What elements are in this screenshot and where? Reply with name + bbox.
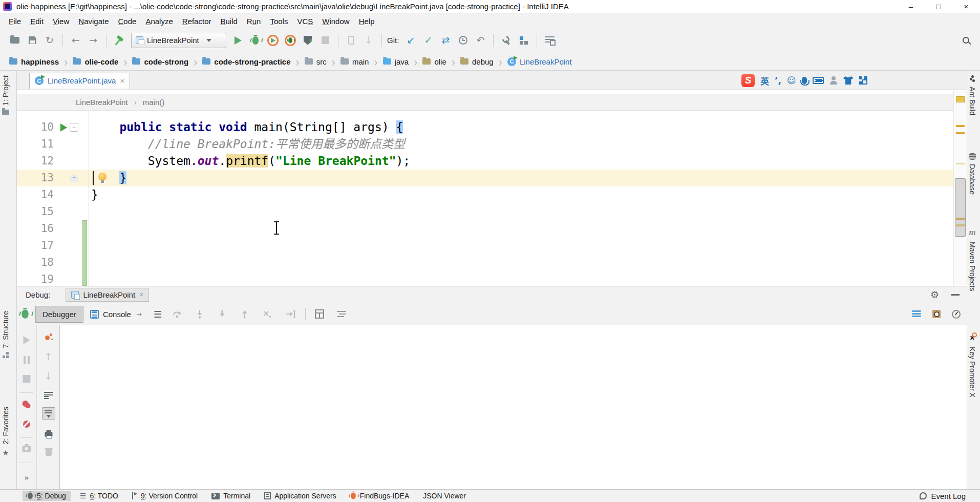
statusbar-item-findbugs-idea[interactable]: FindBugs-IDEA xyxy=(346,491,414,501)
line-number[interactable]: 17 xyxy=(17,237,54,254)
soft-wrap-icon[interactable] xyxy=(44,392,53,399)
sogou-ime-icon[interactable]: S xyxy=(741,74,755,87)
run-to-cursor-icon[interactable] xyxy=(285,309,296,319)
forward-icon[interactable]: → xyxy=(86,33,100,48)
code-editor[interactable]: 10− public static void main(String[] arg… xyxy=(17,90,967,286)
editor-scrollbar-thumb[interactable] xyxy=(955,178,966,237)
menu-build[interactable]: Build xyxy=(216,15,242,27)
path-crumb-debug[interactable]: debug xyxy=(458,57,496,66)
path-crumb-src[interactable]: src xyxy=(303,57,329,66)
debugger-tab[interactable]: Debugger xyxy=(35,306,83,323)
search-everywhere-icon[interactable] xyxy=(958,33,973,48)
project-structure-icon[interactable] xyxy=(517,33,531,48)
menu-edit[interactable]: Edit xyxy=(26,15,48,27)
ime-language-icon[interactable]: 英 xyxy=(760,74,769,87)
line-number[interactable]: 15 xyxy=(17,203,54,220)
ime-punctuation-icon[interactable]: ’, xyxy=(775,75,781,86)
menu-analyze[interactable]: Analyze xyxy=(141,15,177,27)
tool-button-maven-projects[interactable]: mMaven Projects xyxy=(968,227,976,291)
statusbar-item-terminal[interactable]: Terminal xyxy=(207,491,255,501)
hotswap-dots-icon[interactable] xyxy=(45,333,53,341)
profiler-gauge-icon[interactable] xyxy=(952,310,961,319)
warning-stripe-mark[interactable] xyxy=(956,132,965,134)
rollback-icon[interactable]: ↶ xyxy=(473,33,487,48)
menu-window[interactable]: Window xyxy=(317,15,354,27)
stop-process-icon[interactable] xyxy=(23,375,31,383)
ime-microphone-icon[interactable] xyxy=(802,77,807,84)
tool-button-7-structure[interactable]: 7: Structure xyxy=(2,311,10,358)
ime-toolbox-icon[interactable] xyxy=(859,76,867,85)
warning-stripe-mark[interactable] xyxy=(956,125,965,127)
attach-debugger-icon[interactable] xyxy=(344,33,358,48)
path-crumb-main[interactable]: main xyxy=(338,57,371,66)
breadcrumb-method[interactable]: main() xyxy=(143,98,165,107)
console-content[interactable]: » ↑ ↓ xyxy=(17,325,967,490)
statusbar-item-6-todo[interactable]: ☰6: TODO xyxy=(75,491,123,501)
save-icon[interactable] xyxy=(25,33,39,48)
path-crumb-code-strong[interactable]: code-strong xyxy=(130,57,190,66)
fold-marker-icon[interactable]: − xyxy=(70,174,78,182)
up-stack-trace-icon[interactable]: ↑ xyxy=(45,352,53,362)
menu-run[interactable]: Run xyxy=(242,15,266,27)
tool-button-1-project[interactable]: 1: Project xyxy=(2,75,10,115)
breadcrumb-class[interactable]: LineBreakPoint xyxy=(76,98,128,107)
hide-panel-icon[interactable] xyxy=(951,294,960,296)
dump-threads-icon[interactable] xyxy=(912,310,921,318)
ime-skin-icon[interactable] xyxy=(843,76,854,85)
tool-button-key-promoter-x[interactable]: ×Key Promoter X xyxy=(968,333,976,398)
camera-icon[interactable] xyxy=(23,446,31,452)
statusbar-item-json-viewer[interactable]: JSON Viewer xyxy=(418,491,471,501)
view-breakpoints-icon[interactable] xyxy=(23,401,31,407)
mute-breakpoints-icon[interactable] xyxy=(23,421,30,428)
editor-tab-linebreakpoint[interactable]: C LineBreakPoint.java × xyxy=(29,73,130,89)
debug-button[interactable] xyxy=(248,33,263,48)
run-with-profiler-button[interactable] xyxy=(301,33,315,48)
path-crumb-happiness[interactable]: happiness xyxy=(7,57,61,66)
show-execution-point-icon[interactable]: ☰ xyxy=(154,309,162,320)
sync-icon[interactable]: ↻ xyxy=(42,33,57,48)
menu-help[interactable]: Help xyxy=(354,15,379,27)
close-button[interactable]: × xyxy=(952,0,980,13)
force-step-into-icon[interactable] xyxy=(217,309,227,319)
debug-session-tab[interactable]: LineBreakPoint × xyxy=(66,288,149,302)
line-number[interactable]: 16 xyxy=(17,220,54,237)
line-number[interactable]: 11 xyxy=(17,136,54,153)
tool-button-2-favorites[interactable]: 2: Favorites★ xyxy=(2,407,10,457)
menu-navigate[interactable]: Navigate xyxy=(74,15,113,27)
layout-settings-icon[interactable] xyxy=(336,310,347,318)
step-out-icon[interactable] xyxy=(240,309,250,319)
tool-button-ant-build[interactable]: Ant Build xyxy=(968,75,976,115)
open-icon[interactable] xyxy=(8,33,22,48)
evaluate-expression-icon[interactable] xyxy=(315,309,324,319)
ime-account-icon[interactable] xyxy=(829,76,838,85)
run-configuration-selector[interactable]: LineBreakPoint xyxy=(131,33,226,48)
intention-bulb-icon[interactable] xyxy=(98,173,106,181)
line-number[interactable]: 13 xyxy=(17,170,54,186)
step-over-icon[interactable] xyxy=(172,309,182,319)
build-hammer-icon[interactable] xyxy=(112,33,126,48)
clear-all-icon[interactable] xyxy=(46,449,52,456)
pause-program-icon[interactable] xyxy=(24,356,30,364)
ime-emoji-icon[interactable]: ☺ xyxy=(787,75,796,86)
menu-view[interactable]: View xyxy=(48,15,74,27)
path-crumb-code-strong-practice[interactable]: code-strong-practice xyxy=(200,57,292,66)
print-icon[interactable] xyxy=(45,432,52,437)
run-with-coverage-button[interactable] xyxy=(266,33,280,48)
menu-tools[interactable]: Tools xyxy=(265,15,292,27)
path-crumb-olie-code[interactable]: olie-code xyxy=(71,57,120,66)
git-commit-icon[interactable]: ✓ xyxy=(421,33,435,48)
debug-settings-gear-icon[interactable]: ⚙ xyxy=(930,290,939,300)
tool-button-database[interactable]: Database xyxy=(968,153,976,195)
stop-button[interactable] xyxy=(318,33,332,48)
path-crumb-LineBreakPoint[interactable]: CLineBreakPoint xyxy=(505,57,574,66)
history-clock-icon[interactable] xyxy=(456,33,470,48)
menu-code[interactable]: Code xyxy=(114,15,141,27)
inspection-status-square[interactable] xyxy=(956,96,965,102)
update-application-icon[interactable]: ↓ xyxy=(361,33,376,48)
statusbar-item-5-debug[interactable]: 5: Debug xyxy=(23,491,71,501)
line-number[interactable]: 14 xyxy=(17,186,54,203)
tab-close-icon[interactable]: × xyxy=(120,76,124,85)
more-actions-icon[interactable]: » xyxy=(24,473,29,483)
line-number[interactable]: 19 xyxy=(17,271,54,286)
run-button[interactable] xyxy=(231,33,245,48)
